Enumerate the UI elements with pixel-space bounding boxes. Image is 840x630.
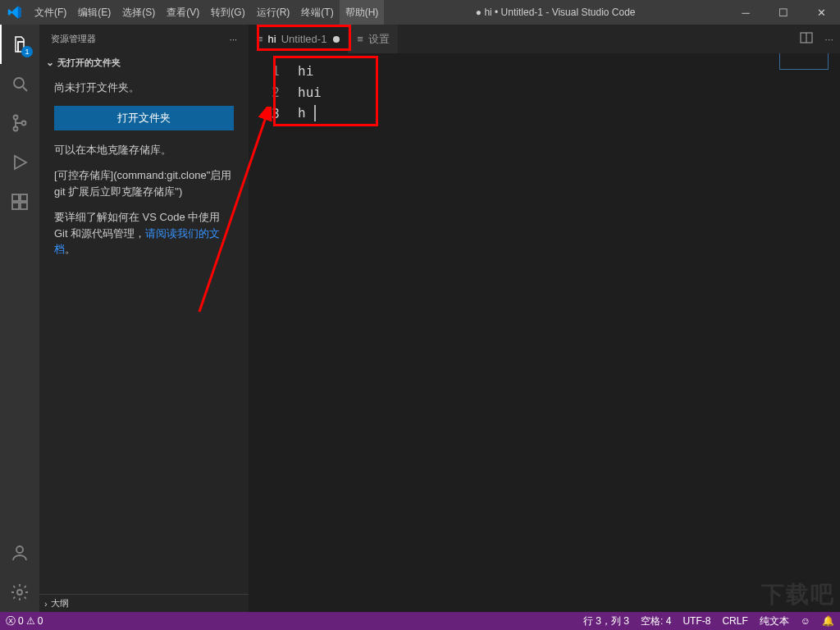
line-code: hi [298,63,313,79]
tab-actions: ··· [793,25,840,53]
activity-settings[interactable] [0,573,39,612]
text-cursor [314,105,316,121]
msg-clone: 可以在本地克隆存储库。 [54,142,234,158]
menu-bar: 文件(F) 编辑(E) 选择(S) 查看(V) 转到(G) 运行(R) 终端(T… [29,0,384,25]
editor-line: 2 hui [249,81,840,103]
activity-explorer[interactable]: 1 [0,25,39,64]
tabs-row: ≡ hi Untitled-1 ≡ 设置 ··· [249,25,840,53]
menu-go[interactable]: 转到(G) [205,0,250,25]
window-title: ● hi • Untitled-1 - Visual Studio Code [384,7,727,18]
activity-accounts[interactable] [0,533,39,573]
svg-point-9 [16,546,23,553]
msg-repo: [可控存储库](command:git.clone"启用 git 扩展后立即克隆… [54,167,234,199]
status-language[interactable]: 纯文本 [754,612,795,630]
sidebar-more-icon[interactable]: ··· [230,34,237,44]
maximize-button[interactable]: ☐ [765,0,802,25]
svg-point-2 [14,116,18,120]
close-button[interactable]: ✕ [802,0,840,25]
menu-view[interactable]: 查看(V) [161,0,205,25]
activity-search[interactable] [0,64,39,103]
status-indent[interactable]: 空格: 4 [635,612,677,630]
line-number: 2 [249,84,298,100]
tab-untitled-1[interactable]: ≡ hi Untitled-1 [249,25,349,53]
editor-line: 1 hi [249,60,840,81]
tabs: ≡ hi Untitled-1 ≡ 设置 [249,25,793,53]
error-count: 0 [18,615,24,627]
window-controls: ─ ☐ ✕ [727,0,840,25]
msg-learn: 要详细了解如何在 VS Code 中使用 Git 和源代码管理，请阅读我们的文档… [54,209,234,258]
menu-edit[interactable]: 编辑(E) [72,0,116,25]
menu-help[interactable]: 帮助(H) [340,0,385,25]
tab-settings[interactable]: ≡ 设置 [349,25,399,53]
minimap[interactable] [779,53,829,70]
svg-rect-8 [21,203,27,209]
activity-source-control[interactable] [0,103,39,143]
section-no-folder[interactable]: ⌄ 无打开的文件夹 [43,53,249,71]
menu-selection[interactable]: 选择(S) [116,0,161,25]
activity-extensions[interactable] [0,182,39,221]
tab-label-a: 设置 [368,32,390,47]
file-icon: ≡ [257,33,263,45]
status-problems[interactable]: ⓧ0 ⚠0 [0,612,48,630]
sidebar-title: 资源管理器 [51,33,96,45]
tab-label-b: Untitled-1 [281,33,327,45]
sidebar-body: 尚未打开文件夹。 打开文件夹 可以在本地克隆存储库。 [可控存储库](comma… [39,71,249,276]
explorer-badge: 1 [21,46,33,57]
editor-area: ≡ hi Untitled-1 ≡ 设置 ··· 1 [249,25,840,612]
svg-rect-5 [12,194,19,201]
status-encoding[interactable]: UTF-8 [677,612,716,630]
dirty-indicator-icon [333,36,340,43]
status-line-col[interactable]: 行 3，列 3 [578,612,635,630]
status-notifications[interactable]: 🔔 [816,612,840,630]
sidebar: 资源管理器 ··· ⌄ 无打开的文件夹 尚未打开文件夹。 打开文件夹 可以在本地… [39,25,249,612]
tab-label-a: hi [268,33,276,45]
msg-no-folder: 尚未打开文件夹。 [54,80,234,96]
file-icon: ≡ [357,33,363,45]
svg-point-4 [22,121,26,126]
line-code: hui [298,84,322,100]
line-code: h [298,105,316,122]
split-editor-icon[interactable] [800,31,813,47]
chevron-right-icon: › [44,599,48,609]
section-title: 无打开的文件夹 [57,57,121,69]
sidebar-header: 资源管理器 ··· [39,25,249,53]
svg-rect-7 [12,203,19,209]
status-feedback[interactable]: ☺ [795,612,816,630]
msg-learn-suffix: 。 [65,243,75,255]
main-area: 1 资源管理器 ··· [0,25,840,612]
outline-section[interactable]: › 大纲 [39,594,249,612]
svg-point-10 [17,590,22,595]
menu-run[interactable]: 运行(R) [251,0,296,25]
svg-point-3 [14,127,18,131]
menu-terminal[interactable]: 终端(T) [295,0,339,25]
warning-count: 0 [38,615,43,627]
svg-rect-6 [21,194,27,201]
svg-line-1 [23,87,27,91]
line-number: 1 [249,63,298,79]
status-bar: ⓧ0 ⚠0 行 3，列 3 空格: 4 UTF-8 CRLF 纯文本 ☺ 🔔 [0,612,840,630]
error-icon: ⓧ [6,614,16,628]
activity-run-debug[interactable] [0,143,39,182]
activity-bar: 1 [0,25,39,612]
chevron-down-icon: ⌄ [46,57,54,68]
title-bar: 文件(F) 编辑(E) 选择(S) 查看(V) 转到(G) 运行(R) 终端(T… [0,0,840,25]
warning-icon: ⚠ [26,615,35,627]
outline-label: 大纲 [51,597,69,609]
editor-line: 3 h [249,103,840,124]
more-actions-icon[interactable]: ··· [824,33,833,45]
svg-point-0 [14,78,24,88]
code-editor[interactable]: 1 hi 2 hui 3 h [249,53,840,612]
open-folder-button[interactable]: 打开文件夹 [54,106,234,130]
menu-file[interactable]: 文件(F) [29,0,72,25]
minimize-button[interactable]: ─ [727,0,765,25]
line-number: 3 [249,106,298,121]
status-eol[interactable]: CRLF [716,612,753,630]
vscode-logo [0,5,29,20]
